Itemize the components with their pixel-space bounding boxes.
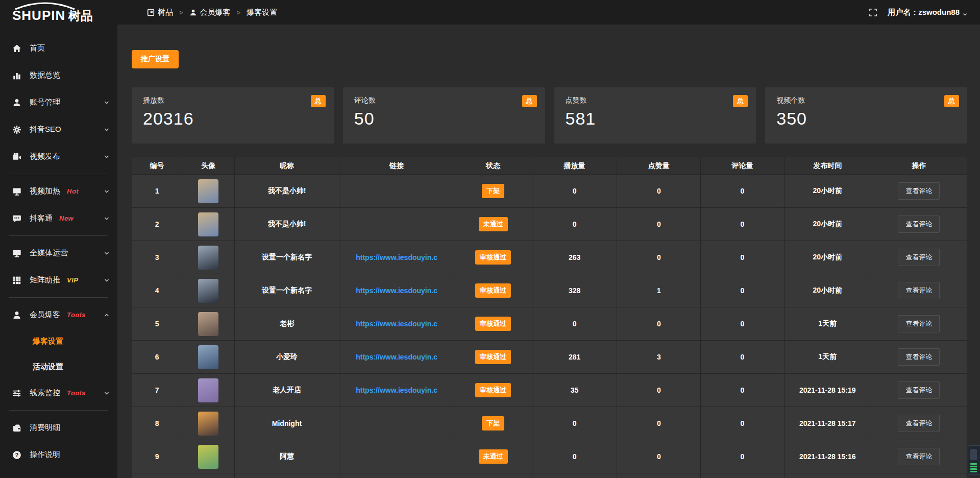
promo-settings-button[interactable]: 推广设置 [132,50,179,68]
view-comments-button[interactable]: 查看评论 [898,448,940,465]
cell-nickname: 设置一个新名字 [235,241,339,274]
total-badge: 总 [733,95,748,107]
sidebar-divider [9,297,108,298]
cell-action [871,473,967,478]
cell-nickname: 我不是小帅! [235,175,339,208]
sidebar-item-media-operation[interactable]: 全媒体运营 [0,240,117,267]
table-row: 3设置一个新名字https://www.iesdouyin.c审核通过26300… [132,241,967,274]
avatar [198,345,218,369]
sidebar-item-consume-detail[interactable]: 消费明细 [0,414,117,441]
cell-action: 查看评论 [871,307,967,341]
cell-link: https://www.iesdouyin.c [339,307,454,341]
cell-avatar [182,208,235,241]
chevron-down-icon [104,390,110,396]
total-badge: 总 [311,95,326,107]
sidebar-item-data-overview[interactable]: 数据总览 [0,62,117,89]
view-comments-button[interactable]: 查看评论 [898,216,940,233]
view-comments-button[interactable]: 查看评论 [898,249,940,266]
chevron-down-icon [104,100,110,106]
cell-comments: 0 [701,407,785,440]
floating-widget[interactable] [968,445,980,475]
cell-likes: 1 [617,274,701,307]
monitor-icon [12,187,21,196]
sidebar-item-label: 抖音SEO [30,125,61,134]
sidebar-item-label: 线索监控 [30,388,60,398]
status-badge: 下架 [482,416,504,431]
view-comments-button[interactable]: 查看评论 [898,282,940,299]
video-link[interactable]: https://www.iesdouyin.c [356,253,437,261]
home-icon [12,44,21,53]
cell-status: 审核通过 [454,274,532,307]
column-header: 发布时间 [784,157,871,175]
sidebar-divider [9,174,108,174]
sidebar-item-home[interactable]: 首页 [0,35,117,62]
view-comments-button[interactable]: 查看评论 [898,315,940,332]
cell-comments: 0 [701,374,785,407]
cell-id: 6 [132,341,182,374]
table-row: 1我不是小帅!下架00020小时前查看评论 [132,175,967,208]
sidebar-item-matrix-boost[interactable]: 矩阵助推VIP [0,267,117,294]
video-link[interactable]: https://www.iesdouyin.c [356,353,437,361]
breadcrumb-item[interactable]: 树品 [147,8,173,17]
sidebar-subitem-activity-setting[interactable]: 活动设置 [0,354,117,379]
sidebar-item-video-publish[interactable]: 视频发布 [0,143,117,170]
chevron-down-icon [104,250,110,256]
sidebar-item-douketong[interactable]: 抖客通New [0,205,117,232]
svg-text:?: ? [15,452,19,458]
sidebar: SHUPIN 树品 首页数据总览账号管理抖音SEO视频发布视频加热Hot抖客通N… [0,0,117,478]
video-link[interactable]: https://www.iesdouyin.c [356,286,437,295]
sidebar-item-video-heat[interactable]: 视频加热Hot [0,178,117,205]
video-link[interactable]: https://www.iesdouyin.c [356,320,437,328]
breadcrumb: 树品>会员爆客>爆客设置 [147,8,277,17]
view-comments-button[interactable]: 查看评论 [898,381,940,399]
cell-plays: 35 [532,374,617,407]
cell-id: 8 [132,407,182,440]
sidebar-item-clue-monitor[interactable]: 线索监控Tools [0,379,117,407]
cell-id: 3 [132,241,182,274]
cell-avatar [182,241,235,274]
cell-comments: 0 [701,274,785,307]
cell-publish-time: 2021-11-28 15:17 [784,407,871,440]
user-menu[interactable]: 用户名：zswodun88 [888,8,968,17]
status-badge: 审核通过 [475,283,511,298]
column-header: 评论量 [701,157,785,175]
view-comments-button[interactable]: 查看评论 [898,415,940,432]
sidebar-item-operation-guide[interactable]: ?操作说明 [0,441,117,468]
cell-plays: 0 [532,307,617,341]
sidebar-item-member-baoke[interactable]: 会员爆客Tools [0,301,117,328]
username-label: 用户名：zswodun88 [888,8,960,17]
cell-avatar [182,274,235,307]
table-row: 2我不是小帅!未通过00020小时前查看评论 [132,208,967,241]
breadcrumb-item[interactable]: 会员爆客 [189,8,231,17]
cell-avatar [182,341,235,374]
avatar [198,445,218,469]
video-link[interactable]: https://www.iesdouyin.c [356,386,437,394]
table-header-row: 编号头像昵称链接状态播放量点赞量评论量发布时间操作 [132,157,967,175]
cell-comments [701,473,785,478]
cell-avatar [182,473,235,478]
sidebar-badge: Tools [67,311,86,319]
sidebar-item-account-manage[interactable]: 账号管理 [0,89,117,116]
cell-plays: 0 [532,440,617,473]
stat-card: 评论数50总 [343,87,545,144]
view-comments-button[interactable]: 查看评论 [898,182,940,200]
column-header: 昵称 [235,157,339,175]
cell-publish-time: 1天前 [784,307,871,341]
fullscreen-icon[interactable] [869,8,877,17]
grid-icon [12,276,21,285]
user-icon [12,310,21,320]
sidebar-item-douyin-seo[interactable]: 抖音SEO [0,116,117,143]
avatar [198,312,218,336]
sidebar-divider [9,410,108,411]
stat-value: 581 [566,109,745,129]
monitor-icon [12,249,21,258]
cell-link [339,440,454,473]
stat-card: 视频个数350总 [765,87,967,144]
view-comments-button[interactable]: 查看评论 [898,348,940,366]
cell-id: 7 [132,374,182,407]
cell-plays [532,473,617,478]
sidebar-subitem-baoke-setting[interactable]: 爆客设置 [0,328,117,354]
wallet-icon [12,423,21,433]
cell-publish-time [784,473,871,478]
sidebar-nav: 首页数据总览账号管理抖音SEO视频发布视频加热Hot抖客通New全媒体运营矩阵助… [0,35,117,468]
